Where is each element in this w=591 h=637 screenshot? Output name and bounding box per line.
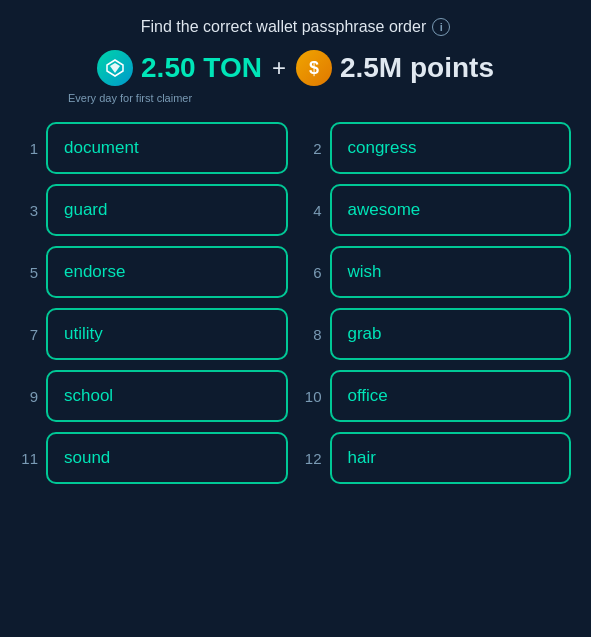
svg-marker-1 [110, 63, 120, 73]
word-box-12[interactable]: hair [330, 432, 572, 484]
word-number-4: 4 [304, 202, 322, 219]
word-number-5: 5 [20, 264, 38, 281]
word-box-5[interactable]: endorse [46, 246, 288, 298]
word-item-5: 5endorse [20, 246, 288, 298]
ton-section: 2.50 TON [97, 50, 262, 86]
word-item-3: 3guard [20, 184, 288, 236]
word-number-10: 10 [304, 388, 322, 405]
words-grid: 1document2congress3guard4awesome5endorse… [20, 122, 571, 484]
word-number-1: 1 [20, 140, 38, 157]
plus-sign: + [272, 54, 286, 82]
word-box-9[interactable]: school [46, 370, 288, 422]
word-box-6[interactable]: wish [330, 246, 572, 298]
word-number-6: 6 [304, 264, 322, 281]
word-number-12: 12 [304, 450, 322, 467]
word-box-4[interactable]: awesome [330, 184, 572, 236]
word-number-11: 11 [20, 450, 38, 467]
word-box-2[interactable]: congress [330, 122, 572, 174]
word-item-2: 2congress [304, 122, 572, 174]
word-box-10[interactable]: office [330, 370, 572, 422]
word-item-10: 10office [304, 370, 572, 422]
word-item-9: 9school [20, 370, 288, 422]
word-item-4: 4awesome [304, 184, 572, 236]
word-item-7: 7utility [20, 308, 288, 360]
reward-row: 2.50 TON + $ 2.5M points [97, 50, 494, 86]
word-number-2: 2 [304, 140, 322, 157]
word-box-3[interactable]: guard [46, 184, 288, 236]
ton-amount: 2.50 TON [141, 54, 262, 82]
info-icon[interactable]: i [432, 18, 450, 36]
word-number-3: 3 [20, 202, 38, 219]
header-title: Find the correct wallet passphrase order… [141, 18, 450, 36]
dollar-icon: $ [296, 50, 332, 86]
header-title-text: Find the correct wallet passphrase order [141, 18, 426, 36]
word-item-12: 12hair [304, 432, 572, 484]
word-box-7[interactable]: utility [46, 308, 288, 360]
word-item-6: 6wish [304, 246, 572, 298]
word-item-8: 8grab [304, 308, 572, 360]
subtitle: Every day for first claimer [20, 92, 571, 104]
word-number-7: 7 [20, 326, 38, 343]
word-number-8: 8 [304, 326, 322, 343]
ton-icon [97, 50, 133, 86]
word-item-1: 1document [20, 122, 288, 174]
word-box-8[interactable]: grab [330, 308, 572, 360]
word-box-11[interactable]: sound [46, 432, 288, 484]
word-box-1[interactable]: document [46, 122, 288, 174]
points-amount: 2.5M points [340, 54, 494, 82]
word-number-9: 9 [20, 388, 38, 405]
word-item-11: 11sound [20, 432, 288, 484]
points-section: $ 2.5M points [296, 50, 494, 86]
